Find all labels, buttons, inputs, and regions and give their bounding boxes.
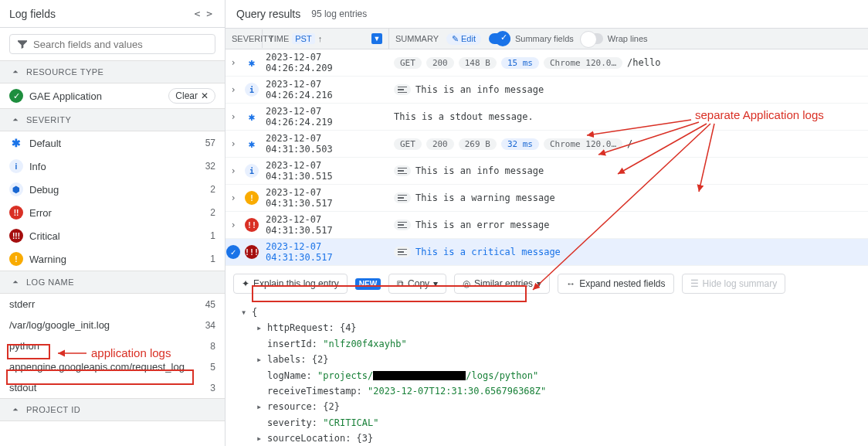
expand-icon[interactable]: › — [225, 165, 241, 176]
log-row[interactable]: ›i2023-12-07 04:26:24.216This is an info… — [225, 77, 868, 104]
expand-icon[interactable]: › — [225, 138, 241, 149]
expand-button[interactable]: ↔ Expand nested fields — [558, 274, 673, 294]
col-time[interactable]: TIME PST ↑ ▼ — [263, 29, 389, 49]
info-icon: i — [9, 159, 23, 173]
similar-button[interactable]: ◎ Similar entries ▾ — [454, 274, 550, 294]
log-message: This is a stdout message. — [389, 111, 868, 122]
log-detail-json: ▾{ ▸httpRequest: {4} insertId: "nlfz00f4… — [225, 301, 868, 446]
log-message: This is a critical message — [389, 247, 868, 258]
sidebar-title: Log fields — [9, 8, 56, 20]
detail-toolbar: ✦ Explain this log entry NEW ⧉ Copy ▾ ◎ … — [225, 266, 868, 301]
chevron-up-icon — [9, 276, 22, 288]
timestamp: 2023-12-07 04:26:24.216 — [263, 79, 389, 100]
expand-icon[interactable]: › — [225, 57, 241, 68]
new-badge: NEW — [355, 278, 381, 290]
section-project-id[interactable]: PROJECT ID — [0, 398, 225, 421]
chevron-up-icon — [9, 403, 22, 416]
log-row[interactable]: ›!!2023-12-07 04:31:30.517This is an err… — [225, 212, 868, 239]
critical-icon: !!! — [9, 229, 23, 243]
log-message: This is an info message — [389, 165, 868, 177]
severity-icon: ✱ — [245, 110, 259, 124]
entry-count: 95 log entries — [311, 9, 367, 19]
main: Query results 95 log entries SEVERITY TI… — [225, 0, 868, 446]
asterisk-icon: ✱ — [9, 136, 23, 150]
timezone-badge: PST — [292, 33, 314, 44]
logname-stderr[interactable]: stderr45 — [0, 294, 225, 315]
time-dropdown-icon[interactable]: ▼ — [371, 33, 382, 44]
log-row[interactable]: ›!2023-12-07 04:31:30.517This is a warni… — [225, 185, 868, 212]
copy-button[interactable]: ⧉ Copy ▾ — [388, 274, 446, 294]
severity-icon: i — [245, 164, 259, 178]
logname-requestlog[interactable]: appengine.googleapis.com/request_log5 — [0, 356, 225, 377]
expand-icon[interactable]: › — [225, 111, 241, 122]
col-summary: SUMMARY ✎ Edit Summary fields Wrap lines — [389, 30, 868, 48]
debug-icon: ⬢ — [9, 182, 23, 196]
section-resource-type[interactable]: RESOURCE TYPE — [0, 60, 225, 83]
timestamp: 2023-12-07 04:26:24.209 — [263, 52, 389, 73]
sort-asc-icon[interactable]: ↑ — [318, 34, 323, 43]
log-message: This is an info message — [389, 84, 868, 96]
expand-icon[interactable]: › — [225, 84, 241, 95]
warning-icon: ! — [9, 252, 23, 266]
edit-chip[interactable]: ✎ Edit — [446, 33, 481, 45]
code-toggle-icon[interactable]: < > — [192, 6, 215, 21]
severity-icon: !! — [245, 218, 259, 232]
log-row[interactable]: ✓!!!2023-12-07 04:31:30.517This is a cri… — [225, 239, 868, 266]
sidebar-header: Log fields < > — [0, 0, 225, 28]
timestamp: 2023-12-07 04:31:30.515 — [263, 160, 389, 182]
chevron-up-icon — [9, 114, 22, 126]
wrap-lines-toggle[interactable] — [581, 33, 603, 44]
expand-icon[interactable]: › — [225, 220, 241, 230]
sev-warning[interactable]: !Warning1 — [0, 247, 225, 271]
resource-type-item[interactable]: ✓GAE Application Clear✕ — [0, 83, 225, 108]
logname-stdout[interactable]: stdout3 — [0, 377, 225, 398]
query-results-title: Query results — [236, 8, 300, 20]
timestamp: 2023-12-07 04:31:30.517 — [263, 241, 389, 263]
clear-chip[interactable]: Clear✕ — [168, 88, 215, 104]
logname-python[interactable]: python8 — [0, 335, 225, 356]
hide-summary-button[interactable]: ☰ Hide log summary — [682, 274, 786, 294]
sev-error[interactable]: !!Error2 — [0, 201, 225, 224]
timestamp: 2023-12-07 04:31:30.517 — [263, 214, 389, 236]
column-header: SEVERITY TIME PST ↑ ▼ SUMMARY ✎ Edit Sum… — [225, 29, 868, 49]
log-row[interactable]: ›✱2023-12-07 04:31:30.503GET200269 B32 m… — [225, 131, 868, 158]
summary-fields-toggle[interactable] — [489, 33, 510, 44]
timestamp: 2023-12-07 04:26:24.219 — [263, 106, 389, 128]
close-icon: ✕ — [201, 90, 209, 101]
log-message: GET200148 B15 msChrome 120.0…/hello — [389, 57, 868, 69]
log-message: This is an error message — [389, 220, 868, 231]
section-severity[interactable]: SEVERITY — [0, 108, 225, 131]
timestamp: 2023-12-07 04:31:30.517 — [263, 187, 389, 209]
log-row[interactable]: ›✱2023-12-07 04:26:24.219This is a stdou… — [225, 104, 868, 131]
severity-icon: i — [245, 83, 259, 97]
section-log-name[interactable]: LOG NAME — [0, 271, 225, 294]
log-list: ›✱2023-12-07 04:26:24.209GET200148 B15 m… — [225, 49, 868, 266]
severity-icon: ! — [245, 191, 259, 205]
log-row[interactable]: ›✱2023-12-07 04:26:24.209GET200148 B15 m… — [225, 49, 868, 77]
severity-icon: !!! — [245, 245, 259, 259]
chevron-up-icon — [9, 66, 22, 78]
sidebar: Log fields < > RESOURCE TYPE ✓GAE Applic… — [0, 0, 225, 446]
severity-icon: ✱ — [245, 137, 259, 151]
filter-icon — [16, 38, 29, 50]
log-row[interactable]: ›i2023-12-07 04:31:30.515This is an info… — [225, 158, 868, 185]
logname-googleinit[interactable]: /var/log/google_init.log34 — [0, 315, 225, 335]
severity-icon: ✱ — [245, 56, 259, 70]
log-message: This is a warning message — [389, 192, 868, 204]
log-message: GET200269 B32 msChrome 120.0…/ — [389, 138, 868, 150]
timestamp: 2023-12-07 04:31:30.503 — [263, 133, 389, 155]
check-icon: ✓ — [9, 89, 23, 103]
explain-button[interactable]: ✦ Explain this log entry — [233, 274, 348, 294]
expand-icon[interactable]: ✓ — [225, 245, 241, 259]
sev-default[interactable]: ✱Default57 — [0, 131, 225, 155]
main-header: Query results 95 log entries — [225, 0, 868, 29]
sev-critical[interactable]: !!!Critical1 — [0, 224, 225, 247]
sev-debug[interactable]: ⬢Debug2 — [0, 178, 225, 201]
expand-icon[interactable]: › — [225, 192, 241, 203]
error-icon: !! — [9, 206, 23, 220]
search-input[interactable] — [33, 39, 209, 50]
sev-info[interactable]: iInfo32 — [0, 155, 225, 178]
col-severity[interactable]: SEVERITY — [225, 29, 263, 48]
search-input-wrap[interactable] — [9, 34, 215, 54]
